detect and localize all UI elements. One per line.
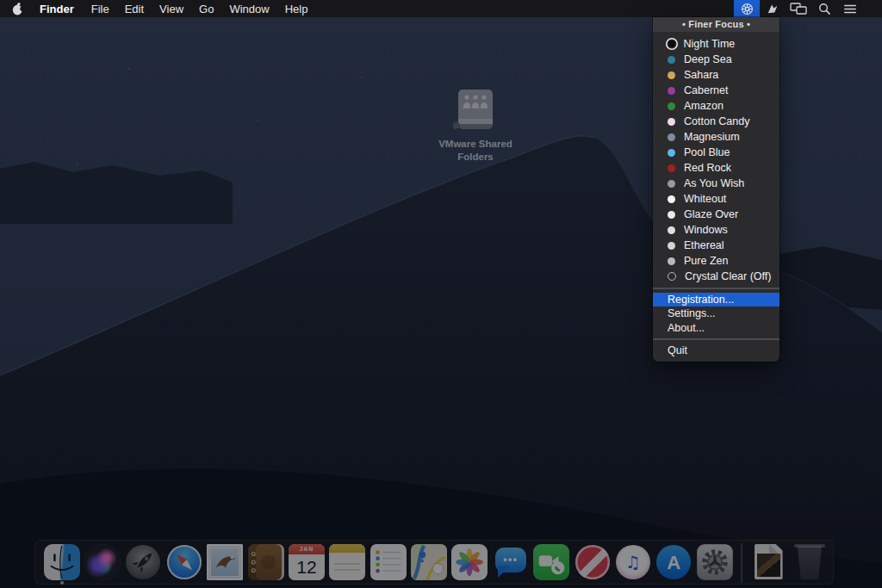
desktop-volume-vmware-shared-folders[interactable]: VMware Shared Folders xyxy=(428,88,523,164)
theme-label: Night Time xyxy=(684,38,736,50)
menu-view[interactable]: View xyxy=(152,0,191,17)
theme-label: Red Rock xyxy=(684,162,731,174)
search-icon xyxy=(818,3,831,15)
theme-item-as-you-wish[interactable]: As You Wish xyxy=(653,176,780,191)
menu-help[interactable]: Help xyxy=(277,0,316,17)
dock-app-messages[interactable]: ••• xyxy=(492,543,530,581)
theme-item-magnesium[interactable]: Magnesium xyxy=(653,129,780,145)
theme-color-dot xyxy=(668,149,675,157)
menu-item-settings[interactable]: Settings... xyxy=(653,306,780,321)
vmware-tools-menu-extra[interactable] xyxy=(760,0,786,17)
dock-app-maps[interactable] xyxy=(410,543,448,581)
menu-edit[interactable]: Edit xyxy=(117,0,152,17)
displays-menu-extra[interactable] xyxy=(786,0,811,17)
theme-item-red-rock[interactable]: Red Rock xyxy=(653,160,780,176)
dock-app-trash[interactable] xyxy=(791,543,829,581)
calendar-day: 12 xyxy=(289,554,325,579)
desktop-screen: VMware Shared Folders JAN12 ••• ♫A xyxy=(0,0,882,588)
finer-focus-menu-extra[interactable] xyxy=(734,0,760,17)
theme-item-whiteout[interactable]: Whiteout xyxy=(653,191,780,207)
theme-item-night-time[interactable]: Night Time xyxy=(653,36,780,52)
displays-icon xyxy=(790,2,807,15)
notification-center-menu-extra[interactable] xyxy=(837,0,863,17)
dock-app-siri[interactable] xyxy=(84,543,121,581)
menu-finder[interactable]: Finder xyxy=(30,0,84,17)
theme-item-deep-sea[interactable]: Deep Sea xyxy=(653,52,780,67)
theme-color-dot xyxy=(668,211,675,219)
dock-app-news[interactable] xyxy=(574,543,612,581)
menu-title: • Finer Focus • xyxy=(653,17,780,32)
theme-label: Crystal Clear (Off) xyxy=(685,270,771,282)
theme-color-dot xyxy=(668,272,676,281)
apple-menu[interactable] xyxy=(0,0,30,17)
theme-item-pure-zen[interactable]: Pure Zen xyxy=(653,253,780,269)
apple-logo-icon xyxy=(12,3,23,15)
theme-item-glaze-over[interactable]: Glaze Over xyxy=(653,207,780,222)
theme-label: Sahara xyxy=(684,69,718,81)
theme-color-dot xyxy=(668,87,675,95)
volume-label: VMware Shared Folders xyxy=(433,138,518,164)
theme-color-dot xyxy=(668,164,675,172)
theme-color-dot xyxy=(668,118,675,126)
menu-item-registration[interactable]: Registration... xyxy=(653,293,780,307)
menu-item-quit[interactable]: Quit xyxy=(653,344,780,358)
theme-label: Deep Sea xyxy=(684,53,732,65)
dock-separator xyxy=(741,543,742,583)
theme-item-crystal-clear-off[interactable]: Crystal Clear (Off) xyxy=(653,269,780,284)
theme-color-dot xyxy=(668,242,675,250)
dock-app-mail[interactable] xyxy=(206,543,244,581)
theme-item-sahara[interactable]: Sahara xyxy=(653,67,780,83)
menu-separator xyxy=(653,288,780,289)
dock-app-contacts[interactable] xyxy=(247,543,285,581)
theme-item-ethereal[interactable]: Ethereal xyxy=(653,238,780,253)
theme-item-windows[interactable]: Windows xyxy=(653,222,780,238)
finer-focus-gear-icon xyxy=(740,2,755,16)
dock-app-reminders[interactable] xyxy=(370,543,407,581)
theme-color-dot xyxy=(668,257,675,265)
status-icon-area xyxy=(734,0,882,17)
dock-app-finder[interactable] xyxy=(43,543,81,581)
list-icon xyxy=(843,3,857,15)
menu-bar: FinderFileEditViewGoWindowHelp xyxy=(0,0,882,17)
theme-color-dot xyxy=(668,133,675,141)
theme-label: Ethereal xyxy=(684,239,724,251)
theme-label: As You Wish xyxy=(684,177,744,189)
theme-label: Windows xyxy=(684,224,728,236)
menu-file[interactable]: File xyxy=(84,0,117,17)
dock-app-notes[interactable] xyxy=(328,543,366,581)
theme-color-dot xyxy=(668,226,675,234)
menu-window[interactable]: Window xyxy=(221,0,276,17)
menu-go[interactable]: Go xyxy=(191,0,221,17)
theme-color-dot xyxy=(668,180,675,188)
dock-app-launchpad[interactable] xyxy=(124,543,162,581)
menu-item-about[interactable]: About... xyxy=(653,321,780,336)
theme-item-pool-blue[interactable]: Pool Blue xyxy=(653,145,780,160)
calendar-month: JAN xyxy=(289,544,325,554)
dock-app-appstore[interactable]: A xyxy=(655,543,693,581)
theme-label: Cabernet xyxy=(684,84,728,96)
theme-label: Glaze Over xyxy=(684,208,738,220)
theme-item-cotton-candy[interactable]: Cotton Candy xyxy=(653,114,780,129)
theme-label: Cotton Candy xyxy=(684,115,749,127)
dock-app-itunes[interactable]: ♫ xyxy=(614,543,652,581)
dock-app-calendar[interactable]: JAN12 xyxy=(288,543,326,581)
dock-app-safari[interactable] xyxy=(165,543,203,581)
dock: JAN12 ••• ♫A xyxy=(34,540,834,585)
dock-app-sysprefs[interactable] xyxy=(696,543,734,581)
theme-label: Pool Blue xyxy=(684,146,730,158)
shared-drive-icon xyxy=(450,88,500,134)
theme-label: Whiteout xyxy=(684,193,726,205)
dock-app-photos[interactable] xyxy=(450,543,488,581)
theme-item-amazon[interactable]: Amazon xyxy=(653,98,780,114)
theme-label: Magnesium xyxy=(684,131,740,143)
dock-app-facetime[interactable] xyxy=(532,543,570,581)
spotlight-menu-extra[interactable] xyxy=(811,0,837,17)
theme-item-cabernet[interactable]: Cabernet xyxy=(653,83,780,98)
theme-label: Pure Zen xyxy=(684,255,728,267)
theme-color-dot xyxy=(668,71,675,79)
theme-color-dot xyxy=(668,195,675,203)
theme-color-dot xyxy=(668,40,675,47)
theme-color-dot xyxy=(668,56,675,64)
menu-separator xyxy=(653,338,780,340)
dock-app-document[interactable] xyxy=(750,543,788,581)
